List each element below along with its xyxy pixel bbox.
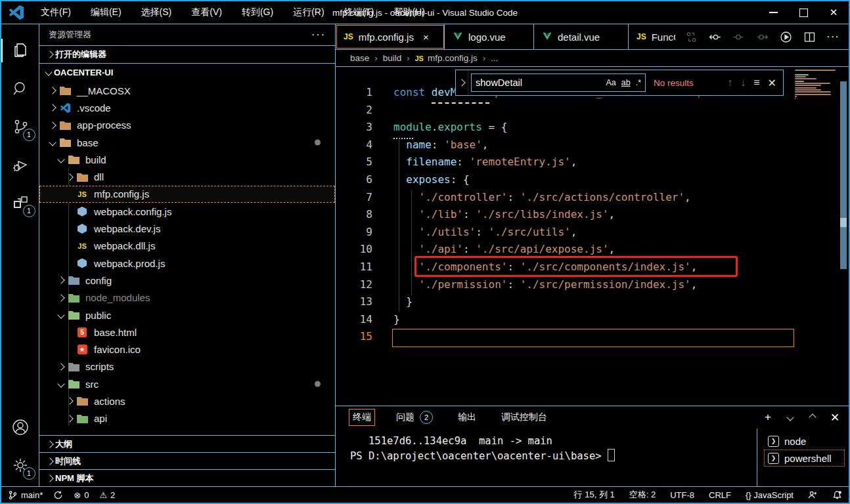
- tree-item-mfp.config.js[interactable]: JSmfp.config.js: [39, 186, 335, 203]
- menu-item[interactable]: 运行(R): [285, 4, 332, 21]
- explorer-more-actions-button[interactable]: ···: [311, 29, 326, 41]
- split-editor-button[interactable]: [803, 30, 816, 43]
- tree-item-webpack.dll.js[interactable]: JSwebpack.dll.js: [39, 238, 335, 255]
- status-sync[interactable]: [53, 490, 63, 500]
- tree-item-scripts[interactable]: scripts: [39, 358, 335, 375]
- activity-run-debug-button[interactable]: [5, 148, 35, 182]
- tree-item-config[interactable]: config: [39, 272, 335, 289]
- open-editors-section[interactable]: 打开的编辑器: [39, 45, 335, 64]
- code-line-13[interactable]: 13 }: [336, 293, 849, 311]
- scrollbar-thumb[interactable]: [840, 218, 847, 227]
- terminal-instance-powershell[interactable]: ❯powershell: [764, 450, 845, 467]
- breadcrumb-item[interactable]: JSmfp.config.js: [415, 53, 478, 63]
- find-toggle-button[interactable]: [456, 70, 468, 95]
- panel-tab-输出[interactable]: 输出: [454, 409, 480, 426]
- activity-explorer-button[interactable]: [5, 33, 35, 68]
- tree-item-.vscode[interactable]: .vscode: [39, 99, 335, 116]
- tree-item-api[interactable]: api: [39, 410, 335, 427]
- activity-settings-button[interactable]: 1: [5, 448, 35, 482]
- minimize-button[interactable]: [758, 1, 788, 24]
- status-item[interactable]: UTF-8: [670, 490, 694, 500]
- breadcrumb-item[interactable]: ...: [491, 53, 498, 63]
- find-previous-button[interactable]: ↑: [727, 77, 732, 89]
- close-panel-button[interactable]: ✕: [829, 411, 841, 423]
- tree-item-dll[interactable]: dll: [39, 168, 335, 185]
- tree-item-webpack.prod.js[interactable]: webpack.prod.js: [39, 255, 335, 272]
- menu-item[interactable]: 文件(F): [33, 4, 79, 21]
- status-error[interactable]: ⊗0: [74, 490, 89, 500]
- status-branch[interactable]: main*: [8, 490, 43, 500]
- tree-item-actions[interactable]: actions: [39, 392, 335, 410]
- status-item[interactable]: 行 15, 列 1: [574, 489, 615, 501]
- notifications-bell-button[interactable]: [832, 490, 842, 500]
- current-change-button[interactable]: [732, 30, 745, 43]
- tree-item-src[interactable]: src: [39, 375, 335, 392]
- previous-change-button[interactable]: [708, 30, 721, 43]
- terminal-output[interactable]: 151e7d6..134ec9a main -> mainPS D:\aproj…: [336, 429, 757, 486]
- terminal-instance-node[interactable]: ❯node: [764, 432, 845, 450]
- activity-extensions-button[interactable]: 1: [5, 186, 35, 220]
- accounts-status-button[interactable]: [808, 490, 818, 500]
- tree-item-public[interactable]: public: [39, 306, 335, 324]
- terminal-dropdown-button[interactable]: [784, 411, 796, 423]
- code-line-3[interactable]: 3module.exports = {: [336, 119, 849, 136]
- code-line-7[interactable]: 7 './controller': './src/actions/control…: [336, 189, 849, 207]
- new-terminal-button[interactable]: +: [762, 411, 774, 423]
- code-line-6[interactable]: 6 exposes: {: [336, 171, 849, 189]
- tab-close-icon[interactable]: ×: [423, 32, 429, 43]
- code-line-9[interactable]: 9 './utils': './src/utils',: [336, 224, 849, 242]
- run-debug-button[interactable]: [779, 30, 792, 43]
- match-case-button[interactable]: Aa: [606, 78, 615, 87]
- tab-mfp.config.js[interactable]: JSmfp.config.js×: [336, 24, 445, 49]
- status-item[interactable]: CRLF: [709, 490, 731, 500]
- status-item[interactable]: 空格: 2: [629, 489, 656, 501]
- tab-logo.vue[interactable]: logo.vue: [445, 24, 534, 49]
- tree-item-webpack.config.js[interactable]: webpack.config.js: [39, 203, 335, 220]
- minimap[interactable]: [795, 70, 837, 102]
- tree-item-base[interactable]: base: [39, 134, 335, 151]
- menu-item[interactable]: 转到(G): [234, 4, 281, 21]
- tree-item-base.html[interactable]: 5base.html: [39, 324, 335, 341]
- code-line-5[interactable]: 5 filename: 'remoteEntry.js',: [336, 154, 849, 171]
- open-changes-button[interactable]: [684, 30, 698, 43]
- code-line-2[interactable]: 2: [336, 102, 849, 119]
- next-change-button[interactable]: [755, 30, 769, 43]
- whole-word-button[interactable]: ab: [621, 78, 631, 87]
- status-item[interactable]: {} JavaScript: [746, 490, 794, 500]
- editor-scrollbar[interactable]: [840, 81, 847, 269]
- activity-source-control-button[interactable]: 1: [5, 110, 35, 144]
- code-line-12[interactable]: 12 './permission': './src/permission/ind…: [336, 276, 849, 294]
- code-line-14[interactable]: 14}: [336, 311, 849, 329]
- close-button[interactable]: ✕: [818, 1, 849, 24]
- breadcrumb-item[interactable]: base: [350, 53, 369, 63]
- tab-FuncCod[interactable]: JSFuncCod: [629, 24, 675, 49]
- maximize-button[interactable]: [788, 1, 818, 24]
- timeline-section[interactable]: 时间线: [39, 452, 335, 469]
- menu-item[interactable]: 编辑(E): [83, 4, 129, 21]
- menu-item[interactable]: 选择(S): [133, 4, 180, 21]
- regex-button[interactable]: .*: [636, 78, 641, 87]
- npm-scripts-section[interactable]: NPM 脚本: [39, 469, 335, 486]
- find-close-button[interactable]: ✕: [768, 77, 776, 89]
- menu-item[interactable]: 查看(V): [183, 4, 230, 21]
- workspace-section-header[interactable]: OACENTER-UI: [39, 64, 335, 81]
- maximize-panel-button[interactable]: [807, 411, 818, 423]
- find-in-selection-button[interactable]: ≡: [753, 77, 759, 89]
- tree-item-webpack.dev.js[interactable]: webpack.dev.js: [39, 220, 335, 237]
- status-warn[interactable]: ⚠2: [99, 490, 115, 500]
- panel-tab-终端[interactable]: 终端: [349, 409, 375, 426]
- more-actions-button[interactable]: ···: [826, 30, 839, 43]
- tree-item-build[interactable]: build: [39, 151, 335, 168]
- panel-tab-问题[interactable]: 问题2: [392, 408, 437, 427]
- tree-item-app-process[interactable]: app-process: [39, 117, 335, 134]
- find-next-button[interactable]: ↓: [740, 77, 746, 89]
- outline-section[interactable]: 大纲: [39, 435, 335, 452]
- tree-item-node_modules[interactable]: node_modules: [39, 289, 335, 306]
- tree-item-favicon.ico[interactable]: ★favicon.ico: [39, 341, 335, 358]
- activity-search-button[interactable]: [5, 72, 35, 106]
- breadcrumb-item[interactable]: build: [383, 53, 402, 63]
- tab-detail.vue[interactable]: detail.vue: [534, 24, 629, 49]
- find-input[interactable]: showDetail Aa ab .*: [471, 74, 646, 92]
- tree-item-__MACOSX[interactable]: __MACOSX: [39, 82, 335, 99]
- code-editor[interactable]: 1const devMode = process.env.NODE_ENV ==…: [336, 67, 849, 406]
